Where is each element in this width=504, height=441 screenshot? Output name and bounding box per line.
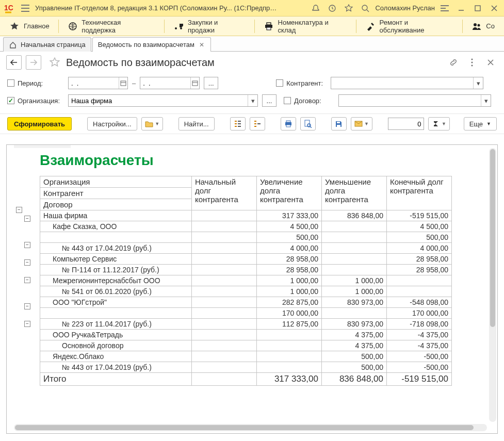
svg-rect-15 [121,81,126,86]
table-row[interactable]: Яндекс.Облако500,00-500,00 [40,351,452,362]
tab-start[interactable]: Начальная страница [3,37,91,52]
org-input[interactable]: ▾ [68,94,258,107]
report-table: Организация Начальный долг контрагента У… [40,176,452,386]
kontr-input[interactable]: ▾ [331,77,483,89]
calendar-icon[interactable] [190,77,199,89]
section-purchase[interactable]: Закупки и продажи [167,18,252,35]
table-row[interactable]: Наша фирма317 333,00836 848,00-519 515,0… [40,210,452,221]
table-row[interactable]: 500,00500,00 [40,232,452,243]
print-button[interactable] [281,117,296,130]
svg-point-14 [471,64,473,66]
minimize-button[interactable] [454,2,468,14]
table-row[interactable]: № 443 от 17.04.2019 (руб.)500,00-500,00 [40,362,452,373]
svg-text:1С: 1С [4,4,13,12]
current-user[interactable]: Соломахин Руслан [375,4,435,12]
section-repair[interactable]: Ремонт и обслуживание [359,18,460,35]
save-button[interactable] [331,117,347,130]
svg-point-6 [180,27,182,29]
generate-button[interactable]: Сформировать [7,117,72,130]
tree-toggle[interactable]: − [24,259,30,266]
preview-button[interactable] [300,117,316,130]
tree-toggle[interactable]: − [24,216,30,222]
col-begin: Начальный долг контрагента [192,176,257,210]
notifications-icon[interactable] [309,2,322,14]
folder-icon [144,119,154,128]
table-row[interactable]: Кафе Сказка, ООО4 500,004 500,00 [40,221,452,232]
settings-button[interactable]: Настройки... [87,117,137,130]
variants-button[interactable]: ▼ [141,117,163,130]
tree-toggle[interactable]: − [24,277,30,283]
vertical-scrollbar[interactable] [489,148,496,422]
table-row[interactable]: ООО Ручка&Тетрадь4 375,00-4 375,00 [40,330,452,340]
favorite-toggle-icon[interactable] [47,55,62,70]
kontr-checkbox[interactable] [276,79,283,87]
home-icon [9,41,17,49]
dropdown-icon[interactable]: ▾ [248,95,257,106]
period-to-input[interactable] [140,77,200,89]
section-support[interactable]: Техническая поддержка [61,18,161,35]
mail-icon [354,119,363,128]
dogovor-checkbox[interactable] [284,97,291,104]
maximize-button[interactable] [471,2,484,14]
send-button[interactable]: ▼ [351,117,372,130]
col-org: Организация [40,176,192,188]
collapse-groups-button[interactable] [250,117,265,130]
close-button[interactable] [487,2,501,14]
period-select-button[interactable]: ... [204,77,218,89]
org-checkbox[interactable] [7,97,14,104]
tree-toggle[interactable]: − [16,207,22,213]
favorite-icon[interactable] [342,2,355,14]
table-row[interactable]: Основной договор4 375,00-4 375,00 [40,340,452,351]
tree-toggle[interactable]: − [24,242,30,248]
table-row[interactable]: № 541 от 06.01.2020 (руб.)1 000,001 000,… [40,286,452,297]
nav-forward-button[interactable] [26,55,41,70]
table-row[interactable]: № 223 от 11.04.2017 (руб.)112 875,00830 … [40,319,452,330]
total-row: Итого317 333,00836 848,00-519 515,00 [40,373,452,386]
period-from-input[interactable] [68,77,128,89]
main-menu-button[interactable] [19,2,32,14]
table-row[interactable]: № П-114 от 11.12.2017 (руб.)28 958,0028 … [40,265,452,275]
page-close-icon[interactable] [483,55,498,70]
table-row[interactable]: Компьютер Сервис28 958,0028 958,00 [40,254,452,265]
section-stock[interactable]: Номенклатура и склад [257,18,353,35]
sum-input[interactable] [388,118,424,130]
horizontal-scrollbar[interactable] [14,424,487,431]
table-row[interactable]: Межрегионинтерснабсбыт ООО1 000,001 000,… [40,275,452,286]
report-body[interactable]: Взаиморасчеты Организация Начальный долг… [14,148,487,422]
history-icon[interactable] [326,2,339,14]
tab-label: Начальная страница [21,41,86,48]
calc-button[interactable]: ▼ [428,117,450,130]
org-select-button[interactable]: ... [262,94,277,107]
dropdown-icon[interactable]: ▾ [481,95,491,106]
dropdown-icon[interactable]: ▾ [473,77,483,89]
tree-toggle[interactable]: − [24,303,30,309]
section-contractors[interactable]: Со [465,18,501,35]
link-icon[interactable] [446,55,461,70]
col-kontr: Контрагент [40,188,192,199]
panel-settings-icon[interactable] [438,2,451,14]
page-menu-icon[interactable] [465,55,479,70]
report-title: Взаиморасчеты [40,152,487,169]
tab-report[interactable]: Ведомость по взаиморасчетам ✕ [92,37,211,52]
dogovor-input[interactable]: ▾ [338,94,491,107]
section-main[interactable]: Главное [3,18,56,35]
table-row[interactable]: 170 000,00170 000,00 [40,308,452,319]
find-button[interactable]: Найти... [178,117,215,130]
expand-groups-button[interactable] [230,117,246,130]
svg-rect-3 [475,6,480,11]
col-inc: Увеличение долга контрагента [257,176,322,210]
page-header: Ведомость по взаиморасчетам [0,52,504,73]
table-row[interactable]: № 443 от 17.04.2019 (руб.)4 000,004 000,… [40,243,452,254]
tabs-bar: Начальная страница Ведомость по взаимора… [0,36,504,52]
section-label: Закупки и продажи [188,19,246,34]
svg-point-2 [362,5,367,10]
calendar-icon[interactable] [119,77,127,89]
table-row[interactable]: ООО "ЮГстрой"282 875,00830 973,00-548 09… [40,297,452,308]
more-button[interactable]: Еще▼ [464,117,497,130]
tree-toggle[interactable]: − [24,321,30,327]
nav-back-button[interactable] [6,55,22,70]
sigma-icon [431,119,441,128]
tab-close-icon[interactable]: ✕ [198,41,205,48]
search-icon[interactable] [359,2,372,14]
period-checkbox[interactable] [7,79,14,87]
